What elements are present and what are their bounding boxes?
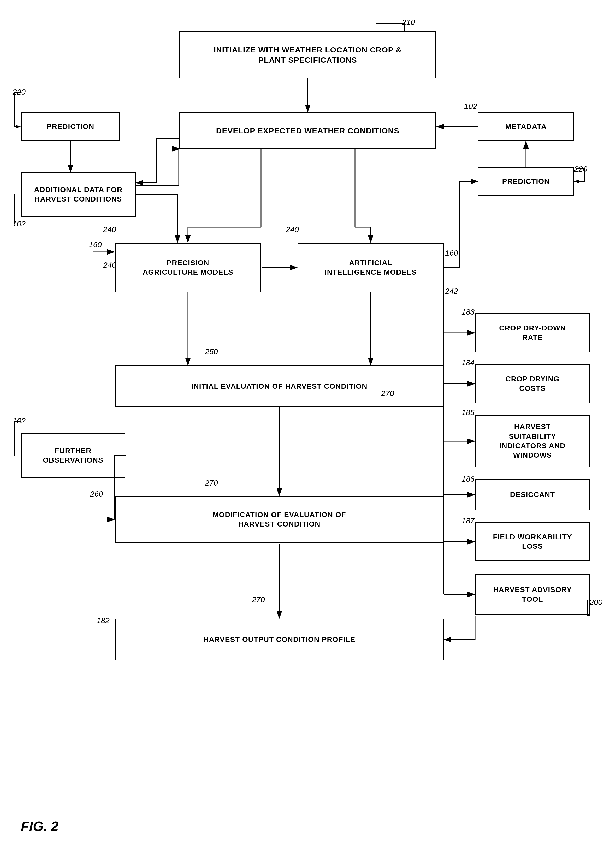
label-220-right: 220 [574,164,587,174]
box-develop: DEVELOP EXPECTED WEATHER CONDITIONS [179,112,436,149]
label-102-obs: 102 [12,416,26,425]
label-270-c: 270 [252,595,265,604]
label-270-a: 270 [381,389,394,398]
label-220-left: 220 [12,87,26,96]
box-field-workability: FIELD WORKABILITYLOSS [475,522,590,561]
box-harvest-output: HARVEST OUTPUT CONDITION PROFILE [115,619,444,660]
box-crop-drydown: CROP DRY-DOWNRATE [475,313,590,352]
label-182: 182 [97,616,110,625]
label-240-c: 240 [286,225,299,234]
box-further-obs: FURTHEROBSERVATIONS [21,433,125,478]
label-184: 184 [461,358,475,367]
label-187: 187 [461,516,475,525]
box-prediction-left: PREDICTION [21,112,120,141]
diagram: INITIALIZE WITH WEATHER LOCATION CROP &P… [0,0,610,868]
label-102-left: 102 [12,219,26,228]
label-240-a: 240 [103,225,116,234]
box-modification: MODIFICATION OF EVALUATION OFHARVEST CON… [115,496,444,543]
box-initial-eval: INITIAL EVALUATION OF HARVEST CONDITION [115,366,444,407]
label-102-right: 102 [464,102,477,111]
label-160-left: 160 [89,240,102,249]
label-183: 183 [461,307,475,316]
box-harvest-advisory: HARVEST ADVISORYTOOL [475,574,590,615]
label-270-b: 270 [205,479,218,487]
box-desiccant: DESICCANT [475,479,590,510]
box-initialize: INITIALIZE WITH WEATHER LOCATION CROP &P… [179,31,436,78]
label-160-right: 160 [445,248,458,257]
label-250: 250 [205,347,218,356]
label-210: 210 [402,18,415,26]
box-ai-models: ARTIFICIALINTELLIGENCE MODELS [297,243,444,292]
box-metadata: METADATA [478,112,574,141]
box-crop-drying: CROP DRYINGCOSTS [475,364,590,403]
label-186: 186 [461,474,475,484]
label-240-b: 240 [103,260,116,270]
box-prediction-right: PREDICTION [478,167,574,196]
label-185: 185 [461,408,475,417]
box-harvest-suitability: HARVESTSUITABILITYINDICATORS ANDWINDOWS [475,415,590,467]
label-242: 242 [445,287,458,296]
label-260: 260 [90,490,103,498]
label-200: 200 [589,598,602,607]
box-additional-data: ADDITIONAL DATA FORHARVEST CONDITIONS [21,172,136,217]
box-precision-ag: PRECISIONAGRICULTURE MODELS [115,243,261,292]
fig-label: FIG. 2 [21,818,59,834]
